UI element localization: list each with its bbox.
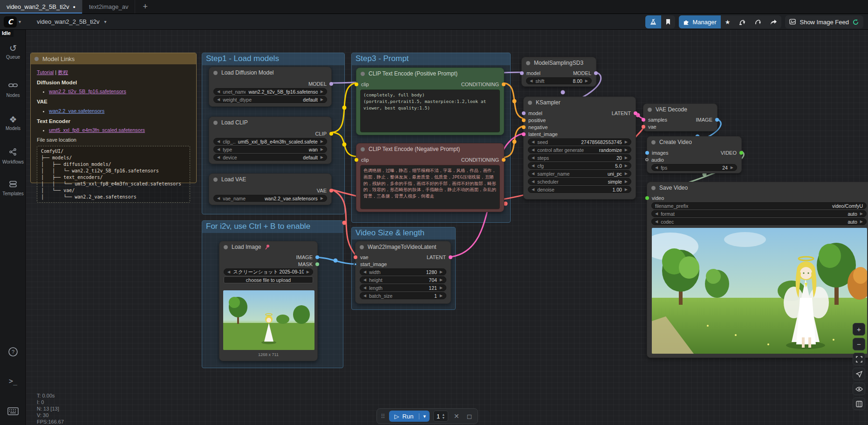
node-save-video[interactable]: Save Video video filename_prefixvideo/Co… <box>647 182 868 358</box>
tutorial-link-cn[interactable]: 教程 <box>58 69 68 75</box>
widget-shift[interactable]: ◀shift8.00▶ <box>526 77 592 84</box>
clear-queue-icon[interactable]: ✕ <box>452 412 461 420</box>
spin-down-icon[interactable]: ▼ <box>442 416 445 419</box>
upload-button[interactable]: choose file to upload <box>224 276 313 283</box>
output-slot-video[interactable] <box>739 151 743 155</box>
collapse-dot[interactable] <box>361 72 365 76</box>
collapse-dot[interactable] <box>213 178 218 182</box>
new-tab-button[interactable]: + <box>135 0 155 14</box>
node-create-video[interactable]: Create Video images VIDEO audio ◀fps24▶ <box>647 136 742 173</box>
show-image-feed-button[interactable]: Show Image Feed <box>785 15 863 28</box>
widget-format[interactable]: ◀formatauto▶ <box>651 210 867 217</box>
input-slot-video[interactable] <box>645 196 649 200</box>
node-load-image[interactable]: Load Image IMAGE MASK ◀スクリーンショット 2025-09… <box>219 241 318 361</box>
star-icon[interactable]: ★ <box>721 15 735 28</box>
collapse-dot[interactable] <box>360 245 364 249</box>
widget-batch-size[interactable]: ◀batch_size1▶ <box>360 292 446 299</box>
collapse-dot[interactable] <box>651 140 656 144</box>
node-vae-decode[interactable]: VAE Decode samples IMAGE vae <box>643 103 718 131</box>
node-load-vae[interactable]: Load VAE VAE ◀vae_namewan2.2_vae.safeten… <box>209 173 332 205</box>
group-title[interactable]: Model Links <box>31 53 196 64</box>
sidebar-item-nodes[interactable]: Nodes <box>0 81 26 98</box>
output-slot-image[interactable] <box>315 255 319 259</box>
drag-handle-icon[interactable]: ⠿ <box>381 413 385 420</box>
output-slot-vae[interactable] <box>329 189 333 192</box>
widget-scheduler[interactable]: ◀schedulersimple▶ <box>528 178 631 185</box>
output-slot-latent[interactable] <box>449 255 452 259</box>
input-slot-negative[interactable] <box>522 125 526 129</box>
workflow-name-menu[interactable]: video_wan2_2_5B_ti2v ▾ <box>37 18 108 25</box>
vacuum-alt-icon[interactable] <box>750 15 766 28</box>
sidebar-item-models[interactable]: ❖ Models <box>0 115 26 131</box>
widget-type[interactable]: ◀typewan▶ <box>213 146 327 153</box>
widget-seed[interactable]: ◀seed274785682553745▶ <box>528 138 631 145</box>
toggle-visibility-button[interactable] <box>853 383 865 395</box>
output-slot-conditioning[interactable] <box>502 158 506 162</box>
widget-width[interactable]: ◀width1280▶ <box>360 268 446 275</box>
input-slot-model[interactable] <box>520 71 524 75</box>
stop-icon[interactable]: ◻ <box>465 412 474 420</box>
widget-codec[interactable]: ◀codecauto▶ <box>651 218 867 225</box>
node-ksampler[interactable]: KSampler model LATENT positive negative … <box>523 96 636 199</box>
widget-filename-prefix[interactable]: filename_prefixvideo/ComfyU <box>651 202 867 209</box>
input-slot-start-image[interactable] <box>354 262 357 266</box>
spin-up-icon[interactable]: ▲ <box>442 413 445 416</box>
vae-link[interactable]: wan2.2_vae.safetensors <box>49 108 104 114</box>
tab-inactive-workflow[interactable]: text2image_av <box>82 0 136 14</box>
input-slot-audio[interactable] <box>645 158 649 161</box>
help-icon[interactable]: ? <box>0 347 26 357</box>
vacuum-icon[interactable] <box>734 15 750 28</box>
widget-device[interactable]: ◀devicedefault▶ <box>213 154 327 161</box>
text-encoder-link[interactable]: umt5_xxl_fp8_e4m3fn_scaled.safetensors <box>49 127 145 133</box>
collapse-dot[interactable] <box>224 245 228 249</box>
flask-icon[interactable] <box>645 15 661 28</box>
node-load-diffusion-model[interactable]: Load Diffusion Model MODEL ◀unet_namewan… <box>209 67 332 107</box>
collapse-dot[interactable] <box>213 121 218 125</box>
input-slot-images[interactable] <box>645 151 649 155</box>
node-clip-text-encode-negative[interactable]: CLIP Text Encode (Negative Prompt) clip … <box>356 143 504 212</box>
keyboard-icon[interactable] <box>0 407 26 415</box>
widget-unet-name[interactable]: ◀unet_namewan2.2_ti2v_5B_fp16.safetensor… <box>213 88 327 95</box>
widget-cfg[interactable]: ◀cfg5.0▶ <box>528 162 631 169</box>
output-slot-image[interactable] <box>715 118 719 122</box>
widget-height[interactable]: ◀height704▶ <box>360 276 446 283</box>
widget-length[interactable]: ◀length121▶ <box>360 284 446 291</box>
logo-chevron-icon[interactable]: ▾ <box>19 19 21 24</box>
run-options-chevron-icon[interactable]: ▾ <box>419 413 430 419</box>
input-slot-clip[interactable] <box>355 158 358 162</box>
zoom-out-button[interactable]: − <box>853 338 865 350</box>
fit-view-button[interactable] <box>853 353 865 365</box>
input-slot-vae[interactable] <box>354 255 357 259</box>
input-slot-model[interactable] <box>522 111 526 115</box>
collapse-dot[interactable] <box>361 147 365 151</box>
input-slot-samples[interactable] <box>642 118 645 122</box>
sidebar-item-templates[interactable]: Templates <box>0 180 26 196</box>
output-slot-conditioning[interactable] <box>502 82 506 86</box>
group-title[interactable]: For i2v, use Ctrl + B to enable <box>202 221 343 233</box>
video-preview[interactable] <box>652 228 867 354</box>
run-button[interactable]: ▷Run ▾ <box>389 411 430 422</box>
sidebar-item-queue[interactable]: ↺ Queue <box>0 44 26 60</box>
bookmark-icon[interactable] <box>661 15 675 28</box>
batch-count-input[interactable]: 1 ▲▼ <box>433 411 448 422</box>
sidebar-item-workflows[interactable]: Workflows <box>0 148 26 165</box>
manager-button[interactable]: Manager <box>679 15 721 28</box>
group-title[interactable]: Step3 - Prompt <box>352 53 510 65</box>
collapse-dot[interactable] <box>528 101 532 105</box>
collapse-dot[interactable] <box>526 61 530 65</box>
minimap-button[interactable] <box>853 398 865 410</box>
comfyui-logo[interactable]: C <box>4 16 17 27</box>
widget-vae-name[interactable]: ◀vae_namewan2.2_vae.safetensors▶ <box>213 195 327 202</box>
output-slot-latent[interactable] <box>634 111 637 115</box>
image-preview[interactable] <box>223 290 314 350</box>
pointer-button[interactable] <box>853 368 865 380</box>
share-icon[interactable] <box>766 15 781 28</box>
widget-control-after-generate[interactable]: ◀control after generaterandomize▶ <box>528 146 631 153</box>
widget-steps[interactable]: ◀steps20▶ <box>528 154 631 161</box>
widget-fps[interactable]: ◀fps24▶ <box>651 164 737 171</box>
widget-clip-name[interactable]: ◀clip_...umt5_xxl_fp8_e4m3fn_scaled.safe… <box>213 138 327 145</box>
negative-prompt-textarea[interactable]: 色调艳丽，过曝，静态，细节模糊不清，字幕，风格，作品，画作，画面，静止，整体发灰… <box>360 165 500 209</box>
diffusion-model-link[interactable]: wan2.2_ti2v_5B_fp16.safetensors <box>49 89 126 94</box>
widget-denoise[interactable]: ◀denoise1.00▶ <box>528 186 631 193</box>
tutorial-link[interactable]: Tutorial <box>37 69 54 75</box>
